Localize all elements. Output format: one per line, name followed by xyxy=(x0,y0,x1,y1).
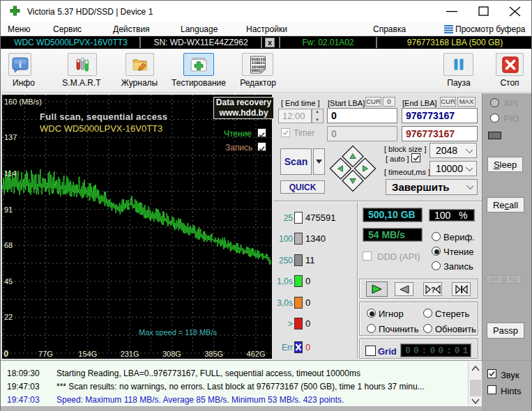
svg-text:91: 91 xyxy=(4,206,13,214)
svg-text:0: 0 xyxy=(3,350,8,358)
svg-text:154G: 154G xyxy=(78,350,97,358)
svg-text:45: 45 xyxy=(4,277,13,286)
svg-text:308G: 308G xyxy=(162,350,181,358)
svg-text:231G: 231G xyxy=(121,350,139,358)
svg-text:385G: 385G xyxy=(204,350,223,358)
svg-text:160 (MB/s): 160 (MB/s) xyxy=(4,98,42,106)
svg-text:22: 22 xyxy=(4,313,13,321)
svg-text:68: 68 xyxy=(4,241,13,249)
svg-text:137: 137 xyxy=(4,133,17,141)
svg-text:114: 114 xyxy=(4,169,17,178)
svg-text:?: ? xyxy=(431,285,436,293)
svg-text:77G: 77G xyxy=(38,350,53,358)
svg-text:0001: 0001 xyxy=(252,68,261,73)
svg-text:462G: 462G xyxy=(247,350,266,358)
